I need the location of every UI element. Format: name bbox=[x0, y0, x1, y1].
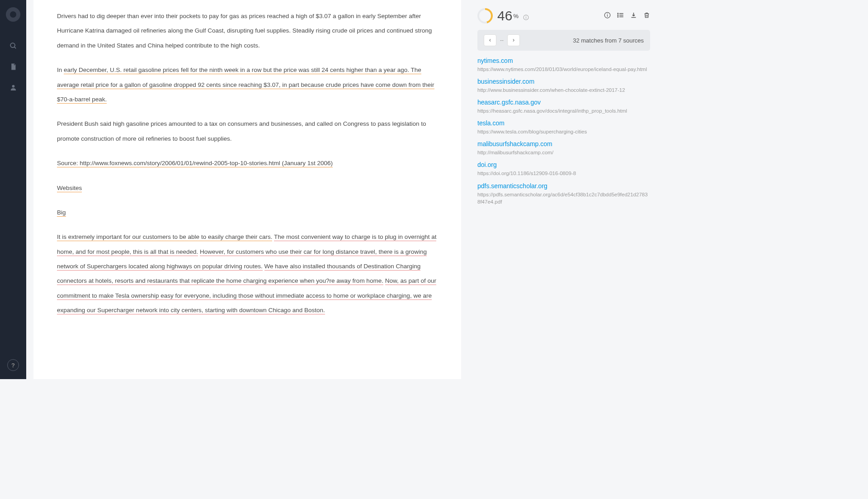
app-logo[interactable] bbox=[6, 7, 20, 22]
search-icon bbox=[9, 42, 17, 50]
paragraph: Drivers had to dig deeper than ever into… bbox=[57, 9, 438, 53]
heading: Big bbox=[57, 205, 438, 220]
paragraph: It is extremely important for our custom… bbox=[57, 230, 438, 318]
highlighted-text: Source: http://www.foxnews.com/story/200… bbox=[57, 160, 333, 167]
source-url: http://malibusurfshackcamp.com/ bbox=[477, 149, 650, 156]
source-item: nytimes.comhttps://www.nytimes.com/2018/… bbox=[477, 57, 650, 73]
source-item: malibusurfshackcamp.comhttp://malibusurf… bbox=[477, 140, 650, 156]
source-link[interactable]: heasarc.gsfc.nasa.gov bbox=[477, 99, 650, 106]
chevron-right-icon bbox=[511, 38, 516, 43]
match-nav: -- 32 matches from 7 sources bbox=[477, 30, 650, 51]
source-list: nytimes.comhttps://www.nytimes.com/2018/… bbox=[477, 57, 650, 205]
download-icon[interactable] bbox=[630, 12, 637, 20]
source-link[interactable]: pdfs.semanticscholar.org bbox=[477, 182, 650, 190]
user-icon bbox=[9, 84, 17, 91]
source-link[interactable]: businessinsider.com bbox=[477, 78, 650, 85]
paragraph: In early December, U.S. retail gasoline … bbox=[57, 63, 438, 107]
svg-point-4 bbox=[525, 16, 526, 16]
svg-rect-8 bbox=[607, 15, 608, 17]
svg-point-14 bbox=[618, 17, 618, 18]
sidebar: ? bbox=[0, 0, 26, 379]
source-item: tesla.comhttps://www.tesla.com/blog/supe… bbox=[477, 119, 650, 135]
source-url: http://www.businessinsider.com/when-choc… bbox=[477, 86, 650, 94]
highlighted-text: Big bbox=[57, 209, 66, 217]
next-match-button[interactable] bbox=[507, 34, 520, 46]
document-icon bbox=[9, 63, 17, 71]
svg-rect-5 bbox=[526, 17, 526, 19]
results-panel: 46% -- bbox=[468, 0, 659, 379]
source-item: doi.orghttps://doi.org/10.1186/s12909-01… bbox=[477, 161, 650, 177]
score-value: 46% bbox=[497, 8, 529, 24]
match-summary: 32 matches from 7 sources bbox=[573, 37, 644, 44]
chevron-left-icon bbox=[488, 38, 492, 43]
paragraph: President Bush said high gasoline prices… bbox=[57, 117, 438, 146]
document-content: Drivers had to dig deeper than ever into… bbox=[33, 0, 461, 379]
trash-icon[interactable] bbox=[643, 12, 650, 20]
source-item: pdfs.semanticscholar.orghttps://pdfs.sem… bbox=[477, 182, 650, 205]
source-url: https://pdfs.semanticscholar.org/ac6d/e5… bbox=[477, 191, 650, 205]
source-link[interactable]: tesla.com bbox=[477, 119, 650, 127]
score-unit: % bbox=[513, 13, 519, 19]
source-item: heasarc.gsfc.nasa.govhttps://heasarc.gsf… bbox=[477, 99, 650, 114]
list-icon[interactable] bbox=[617, 12, 624, 20]
svg-point-7 bbox=[607, 14, 608, 14]
svg-line-1 bbox=[14, 47, 16, 48]
highlighted-text: early December, U.S. retail gasoline pri… bbox=[57, 67, 434, 104]
heading: Websites bbox=[57, 181, 438, 195]
source-url: https://heasarc.gsfc.nasa.gov/docs/integ… bbox=[477, 107, 650, 114]
document-nav[interactable] bbox=[0, 56, 26, 77]
source-url: https://www.nytimes.com/2018/01/03/world… bbox=[477, 66, 650, 73]
svg-point-12 bbox=[618, 13, 618, 14]
info-icon[interactable] bbox=[523, 15, 529, 22]
user-nav[interactable] bbox=[0, 77, 26, 98]
score-gauge bbox=[477, 8, 493, 24]
score-number: 46 bbox=[497, 8, 512, 23]
highlighted-text: Websites bbox=[57, 185, 82, 192]
text: In bbox=[57, 67, 64, 73]
nav-separator: -- bbox=[500, 37, 504, 43]
help-button[interactable]: ? bbox=[7, 359, 19, 371]
source-link[interactable]: nytimes.com bbox=[477, 57, 650, 64]
source-link[interactable]: doi.org bbox=[477, 161, 650, 168]
svg-point-2 bbox=[12, 85, 14, 87]
score-row: 46% bbox=[477, 8, 650, 24]
source-url: https://doi.org/10.1186/s12909-016-0809-… bbox=[477, 170, 650, 177]
search-nav[interactable] bbox=[0, 35, 26, 56]
prev-match-button[interactable] bbox=[484, 34, 496, 46]
source-line: Source: http://www.foxnews.com/story/200… bbox=[57, 156, 438, 171]
action-icons bbox=[604, 12, 650, 20]
source-item: businessinsider.comhttp://www.businessin… bbox=[477, 78, 650, 94]
svg-point-13 bbox=[618, 15, 618, 16]
svg-point-0 bbox=[10, 43, 15, 48]
highlighted-text: It is extremely important for our custom… bbox=[57, 233, 272, 241]
source-url: https://www.tesla.com/blog/supercharging… bbox=[477, 128, 650, 135]
source-link[interactable]: malibusurfshackcamp.com bbox=[477, 140, 650, 147]
info-icon[interactable] bbox=[604, 12, 611, 20]
